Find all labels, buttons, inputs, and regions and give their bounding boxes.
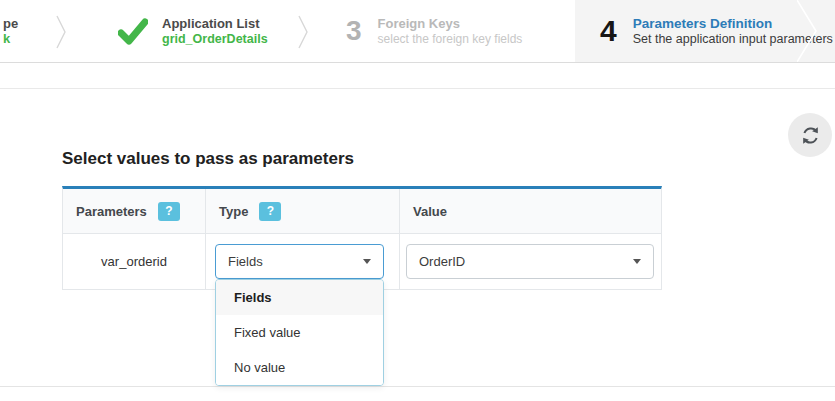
step-title: Application List (162, 16, 268, 32)
step-parameters-definition[interactable]: 4 Parameters Definition Set the applicat… (575, 0, 835, 62)
page-heading: Select values to pass as parameters (62, 149, 354, 169)
refresh-icon (801, 126, 820, 145)
header-label: Type (219, 204, 248, 219)
type-select-value: Fields (228, 254, 263, 269)
parameter-name: var_orderid (101, 254, 167, 269)
value-select-value: OrderID (419, 254, 465, 269)
step-number: 4 (600, 0, 617, 62)
header-label: Value (413, 204, 447, 219)
help-icon[interactable]: ? (259, 202, 281, 221)
horizontal-divider (0, 386, 835, 387)
parameters-table: Parameters ? Type ? Value var_orderid Fi… (62, 186, 662, 290)
horizontal-divider (0, 88, 835, 89)
step-application-list[interactable]: Application List grid_OrderDetails (62, 0, 298, 62)
type-options-panel: Fields Fixed value No value (215, 279, 384, 386)
caret-down-icon (363, 259, 371, 264)
cell-type: Fields Fields Fixed value No value (205, 234, 399, 289)
chevron-separator-icon (797, 0, 818, 62)
step-foreign-keys[interactable]: 3 Foreign Keys select the foreign key fi… (302, 0, 575, 62)
step-number: 3 (346, 0, 362, 62)
step-subtitle: select the foreign key fields (378, 32, 523, 47)
table-row: var_orderid Fields Fields Fixed value No… (63, 234, 661, 289)
caret-down-icon (633, 259, 641, 264)
option-fields[interactable]: Fields (216, 280, 383, 315)
option-no-value[interactable]: No value (216, 350, 383, 385)
header-cell-type: Type ? (205, 189, 399, 233)
help-icon[interactable]: ? (158, 202, 180, 221)
type-select[interactable]: Fields (215, 244, 384, 279)
step-truncated[interactable]: pe k (0, 0, 56, 62)
refresh-button[interactable] (788, 113, 832, 157)
value-select[interactable]: OrderID (406, 244, 654, 279)
check-icon (118, 18, 148, 45)
table-header-row: Parameters ? Type ? Value (63, 189, 661, 234)
step-subtitle-fragment: k (3, 31, 18, 46)
header-cell-value: Value (399, 189, 661, 233)
option-fixed-value[interactable]: Fixed value (216, 315, 383, 350)
step-subtitle: grid_OrderDetails (162, 32, 268, 47)
header-cell-parameters: Parameters ? (63, 189, 205, 233)
header-label: Parameters (76, 204, 147, 219)
cell-parameter-name: var_orderid (63, 234, 205, 289)
step-title: Foreign Keys (378, 16, 523, 32)
wizard-stepper: pe k Application List grid_OrderDetails … (0, 0, 835, 63)
step-title-fragment: pe (3, 16, 18, 31)
cell-value: OrderID (399, 234, 661, 289)
